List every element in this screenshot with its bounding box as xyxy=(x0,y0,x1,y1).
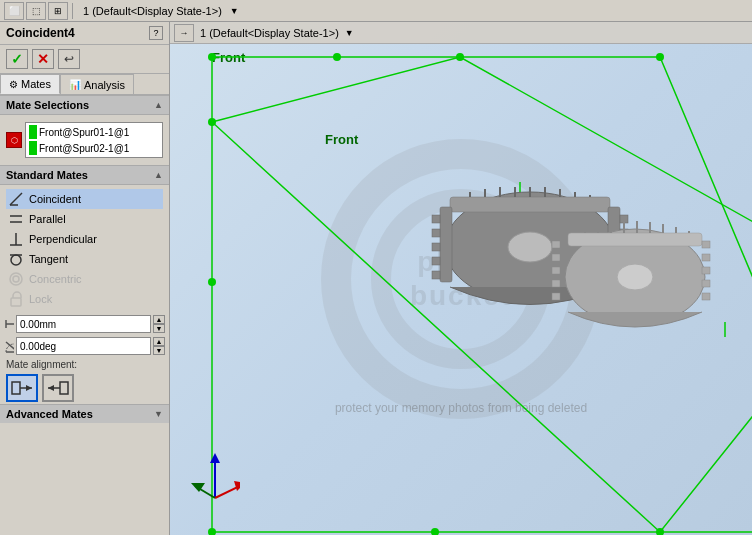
vp-dropdown-arrow: ▼ xyxy=(345,28,354,38)
viewport[interactable]: → 1 (Default<Display State-1>) ▼ photobu… xyxy=(170,22,752,535)
vp-btn-1[interactable]: → xyxy=(174,24,194,42)
tangent-icon xyxy=(8,251,24,267)
svg-rect-80 xyxy=(702,267,710,274)
toolbar-btn-3[interactable]: ⊞ xyxy=(48,2,68,20)
angle-input[interactable] xyxy=(16,337,151,355)
standard-mates-title: Standard Mates xyxy=(6,169,88,181)
reject-button[interactable]: ✕ xyxy=(32,49,54,69)
mate-selections-content: ⬡ Front@Spur01-1@1 Front@Spur02-1@1 xyxy=(0,115,169,165)
svg-rect-55 xyxy=(432,271,440,279)
svg-rect-54 xyxy=(432,257,440,265)
alignment-label: Mate alignment: xyxy=(0,357,169,372)
mates-tab-icon: ⚙ xyxy=(9,79,18,90)
mate-option-tangent[interactable]: Tangent xyxy=(6,249,163,269)
svg-rect-77 xyxy=(552,293,560,300)
svg-rect-81 xyxy=(702,280,710,287)
svg-rect-82 xyxy=(702,293,710,300)
tab-mates[interactable]: ⚙ Mates xyxy=(0,74,60,94)
distance-down-btn[interactable]: ▼ xyxy=(153,324,165,333)
align-icon-1 xyxy=(10,378,34,398)
perpendicular-icon xyxy=(8,231,24,247)
mate-option-perpendicular[interactable]: Perpendicular xyxy=(6,229,163,249)
accept-button[interactable]: ✓ xyxy=(6,49,28,69)
front-label-2: Front xyxy=(325,132,358,147)
parallel-icon xyxy=(8,211,24,227)
selection-entry-2: Front@Spur02-1@1 xyxy=(27,140,161,156)
svg-point-26 xyxy=(208,118,216,126)
angle-up-btn[interactable]: ▲ xyxy=(153,337,165,346)
svg-rect-52 xyxy=(432,229,440,237)
undo-icon: ↩ xyxy=(64,52,74,66)
tab-analysis[interactable]: 📊 Analysis xyxy=(60,74,134,94)
svg-point-27 xyxy=(456,53,464,61)
align-btn-1[interactable] xyxy=(6,374,38,402)
advanced-mates-header[interactable]: Advanced Mates ▼ xyxy=(0,404,169,423)
green-bar-2 xyxy=(29,141,37,155)
gears-svg xyxy=(360,77,752,377)
align-btn-2[interactable] xyxy=(42,374,74,402)
svg-point-9 xyxy=(13,276,19,282)
alignment-buttons xyxy=(0,372,169,404)
toolbar-btn-1[interactable]: ⬜ xyxy=(4,2,24,20)
panel-title: Coincident4 xyxy=(6,26,75,40)
tab-analysis-label: Analysis xyxy=(84,79,125,91)
mate-options: Coincident Parallel Perpendicular xyxy=(0,185,169,313)
svg-rect-49 xyxy=(440,207,452,282)
mate-selections-header[interactable]: Mate Selections ▲ xyxy=(0,95,169,115)
toolbar-btn-2[interactable]: ⬚ xyxy=(26,2,46,20)
angle-icon xyxy=(4,338,14,354)
svg-rect-76 xyxy=(552,280,560,287)
svg-rect-74 xyxy=(552,254,560,261)
svg-rect-75 xyxy=(552,267,560,274)
tab-arrow: ▼ xyxy=(230,6,239,16)
front-label-1: Front xyxy=(212,50,245,65)
svg-rect-62 xyxy=(568,233,702,246)
svg-rect-51 xyxy=(432,215,440,223)
mate-option-parallel[interactable]: Parallel xyxy=(6,209,163,229)
svg-rect-14 xyxy=(12,382,20,394)
x-icon: ✕ xyxy=(37,51,49,67)
svg-point-6 xyxy=(11,255,21,265)
mate-option-lock[interactable]: Lock xyxy=(6,289,163,309)
svg-point-25 xyxy=(208,528,216,535)
standard-mates-header[interactable]: Standard Mates ▲ xyxy=(0,165,169,185)
selection-entry-1: Front@Spur01-1@1 xyxy=(27,124,161,140)
perpendicular-label: Perpendicular xyxy=(29,233,97,245)
selection-list[interactable]: Front@Spur01-1@1 Front@Spur02-1@1 xyxy=(25,122,163,158)
selection-item-row: ⬡ Front@Spur01-1@1 Front@Spur02-1@1 xyxy=(4,119,165,161)
axes-indicator xyxy=(190,448,240,505)
content-area: Coincident4 ? ✓ ✕ ↩ ⚙ xyxy=(0,22,752,535)
svg-point-34 xyxy=(431,528,439,535)
angle-down-btn[interactable]: ▼ xyxy=(153,346,165,355)
coincident-label: Coincident xyxy=(29,193,81,205)
coincident-icon xyxy=(8,191,24,207)
concentric-label: Concentric xyxy=(29,273,82,285)
distance-up-btn[interactable]: ▲ xyxy=(153,315,165,324)
panel-controls: ? xyxy=(149,26,163,40)
advanced-arrow: ▼ xyxy=(154,409,163,419)
mate-option-coincident[interactable]: Coincident xyxy=(6,189,163,209)
svg-rect-78 xyxy=(702,241,710,248)
distance-input[interactable] xyxy=(16,315,151,333)
left-panel: Coincident4 ? ✓ ✕ ↩ ⚙ xyxy=(0,22,170,535)
toolbar-separator xyxy=(72,3,73,19)
concentric-icon xyxy=(8,271,24,287)
mate-selections-arrow: ▲ xyxy=(154,100,163,110)
entry-text-1: Front@Spur01-1@1 xyxy=(39,127,129,138)
svg-point-31 xyxy=(333,53,341,61)
svg-rect-10 xyxy=(11,298,21,306)
standard-mates-arrow: ▲ xyxy=(154,170,163,180)
svg-rect-17 xyxy=(60,382,68,394)
analysis-tab-icon: 📊 xyxy=(69,79,81,90)
angle-input-row: ▲ ▼ xyxy=(0,335,169,357)
lock-label: Lock xyxy=(29,293,52,305)
undo-button[interactable]: ↩ xyxy=(58,49,80,69)
mate-option-concentric[interactable]: Concentric xyxy=(6,269,163,289)
panel-help-btn[interactable]: ? xyxy=(149,26,163,40)
svg-line-0 xyxy=(10,193,22,205)
svg-marker-19 xyxy=(48,385,54,391)
svg-rect-73 xyxy=(552,241,560,248)
distance-icon xyxy=(4,316,14,332)
svg-point-23 xyxy=(656,53,664,61)
green-bar-1 xyxy=(29,125,37,139)
